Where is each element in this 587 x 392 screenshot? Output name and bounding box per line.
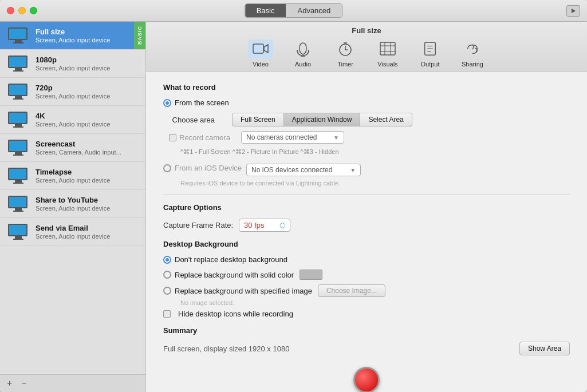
sharing-icon xyxy=(464,42,480,56)
toolbar-icons: Video Audio xyxy=(246,39,487,68)
sharing-icon-wrap xyxy=(460,39,485,59)
play-button[interactable] xyxy=(566,5,580,17)
toolbar-title: Full size xyxy=(352,26,381,35)
sidebar-item-screencast[interactable]: Screencast Screen, Camera, Audio input..… xyxy=(0,134,145,162)
sidebar-item-email[interactable]: Send via Email Screen, Audio input devic… xyxy=(0,218,145,246)
svg-rect-1 xyxy=(253,44,263,53)
choose-image-button[interactable]: Choose Image... xyxy=(318,284,385,297)
traffic-lights xyxy=(7,7,37,14)
item-title-1080p: 1080p xyxy=(36,56,139,64)
item-title-youtube: Share to YouTube xyxy=(36,196,139,204)
monitor-icon-email xyxy=(7,223,30,241)
item-title-screencast: Screencast xyxy=(36,140,139,148)
toolbar: Full size Video xyxy=(146,22,587,72)
timer-icon-wrap xyxy=(333,39,358,59)
show-area-button[interactable]: Show Area xyxy=(519,342,570,355)
toolbar-item-audio[interactable]: Audio xyxy=(289,39,317,68)
sidebar-item-4k[interactable]: 4K Screen, Audio input device xyxy=(0,106,145,134)
item-subtitle-fullsize: Screen, Audio input device xyxy=(36,37,139,43)
toolbar-item-video[interactable]: Video xyxy=(246,39,275,68)
video-label: Video xyxy=(253,61,269,68)
hide-icons-label: Hide desktop icons while recording xyxy=(178,310,293,318)
summary-title: Summary xyxy=(163,326,570,335)
select-area-btn[interactable]: Select Area xyxy=(360,113,412,126)
camera-select-arrow: ▼ xyxy=(333,134,339,141)
from-ios-radio[interactable] xyxy=(163,164,171,172)
color-swatch[interactable] xyxy=(300,270,322,280)
record-camera-label: Record camera xyxy=(179,133,237,142)
remove-preset-button[interactable]: − xyxy=(21,378,26,389)
dont-replace-option[interactable]: Don't replace desktop background xyxy=(163,255,570,264)
replace-image-row: Replace background with specified image … xyxy=(163,284,570,297)
monitor-icon-720p xyxy=(7,82,30,101)
titlebar-right xyxy=(566,5,580,17)
ios-select[interactable]: No iOS devices connected ▼ xyxy=(246,164,361,176)
video-icon-wrap xyxy=(248,39,273,59)
item-title-fullsize: Full size xyxy=(36,27,139,36)
sidebar-item-timelapse[interactable]: Timelapse Screen, Audio input device xyxy=(0,162,145,190)
main-window: Basic Advanced xyxy=(0,0,587,392)
settings-panel: What to record From the screen Choose ar… xyxy=(146,72,587,392)
tab-basic[interactable]: Basic xyxy=(245,4,286,17)
dont-replace-radio[interactable] xyxy=(163,256,171,264)
output-icon xyxy=(423,42,437,57)
sidebar-item-1080p[interactable]: 1080p Screen, Audio input device xyxy=(0,50,145,78)
replace-image-option[interactable]: Replace background with specified image xyxy=(163,287,312,295)
close-button[interactable] xyxy=(7,7,14,14)
item-subtitle-720p: Screen, Audio input device xyxy=(36,93,139,100)
dont-replace-label: Don't replace desktop background xyxy=(175,255,287,264)
add-preset-button[interactable]: + xyxy=(7,378,12,389)
item-text-screencast: Screencast Screen, Camera, Audio input..… xyxy=(36,140,139,156)
fps-value: 30 fps xyxy=(244,221,264,229)
item-text-720p: 720p Screen, Audio input device xyxy=(36,84,139,100)
tab-advanced[interactable]: Advanced xyxy=(286,4,342,17)
item-title-email: Send via Email xyxy=(36,224,139,232)
ios-select-arrow: ▼ xyxy=(350,167,356,173)
timer-label: Timer xyxy=(337,61,353,68)
timer-icon xyxy=(338,42,353,57)
sidebar: Full size Screen, Audio input device BAS… xyxy=(0,22,146,392)
capture-frame-rate-row: Capture Frame Rate: 30 fps ⬡ xyxy=(163,219,570,232)
record-button[interactable] xyxy=(353,367,380,392)
monitor-icon-4k xyxy=(7,110,30,129)
camera-select-value: No cameras connected xyxy=(246,133,317,141)
record-camera-checkbox[interactable] xyxy=(169,134,176,141)
sidebar-item-720p[interactable]: 720p Screen, Audio input device xyxy=(0,78,145,106)
replace-image-radio[interactable] xyxy=(163,287,171,295)
from-ios-option[interactable]: From an iOS Device xyxy=(163,164,242,172)
main-layout: Full size Screen, Audio input device BAS… xyxy=(0,22,587,392)
minimize-button[interactable] xyxy=(18,7,26,14)
from-screen-radio[interactable] xyxy=(163,99,171,107)
camera-select[interactable]: No cameras connected ▼ xyxy=(241,131,344,144)
toolbar-item-timer[interactable]: Timer xyxy=(331,39,360,68)
replace-solid-radio[interactable] xyxy=(163,271,171,279)
sidebar-item-youtube[interactable]: Share to YouTube Screen, Audio input dev… xyxy=(0,190,145,218)
ios-select-value: No iOS devices connected xyxy=(251,166,332,174)
sidebar-list: Full size Screen, Audio input device BAS… xyxy=(0,22,145,374)
what-to-record-title: What to record xyxy=(163,83,570,92)
sidebar-item-fullsize[interactable]: Full size Screen, Audio input device BAS… xyxy=(0,22,145,50)
basic-badge: BASIC xyxy=(134,22,145,49)
monitor-icon-screencast xyxy=(7,138,30,157)
full-screen-btn[interactable]: Full Screen xyxy=(232,113,284,126)
audio-icon-wrap xyxy=(290,39,316,59)
replace-solid-option[interactable]: Replace background with solid color xyxy=(163,271,294,279)
item-title-720p: 720p xyxy=(36,84,139,92)
capture-options-title: Capture Options xyxy=(163,203,570,212)
fps-select[interactable]: 30 fps ⬡ xyxy=(239,219,290,232)
toolbar-item-sharing[interactable]: Sharing xyxy=(458,39,487,68)
choose-area-row: Choose area Full Screen Application Wind… xyxy=(169,113,570,126)
record-area xyxy=(163,361,570,392)
titlebar: Basic Advanced xyxy=(0,0,587,22)
hide-icons-checkbox[interactable] xyxy=(163,310,171,318)
item-subtitle-screencast: Screen, Camera, Audio input... xyxy=(36,149,139,156)
maximize-button[interactable] xyxy=(30,7,37,14)
area-buttons: Full Screen Application Window Select Ar… xyxy=(232,113,412,126)
toolbar-item-visuals[interactable]: Visuals xyxy=(373,39,402,68)
toolbar-item-output[interactable]: Output xyxy=(416,39,444,68)
item-subtitle-1080p: Screen, Audio input device xyxy=(36,65,139,72)
item-title-4k: 4K xyxy=(36,112,139,120)
application-window-btn[interactable]: Application Window xyxy=(284,113,361,126)
from-screen-option[interactable]: From the screen xyxy=(163,98,570,107)
video-icon xyxy=(253,42,269,56)
